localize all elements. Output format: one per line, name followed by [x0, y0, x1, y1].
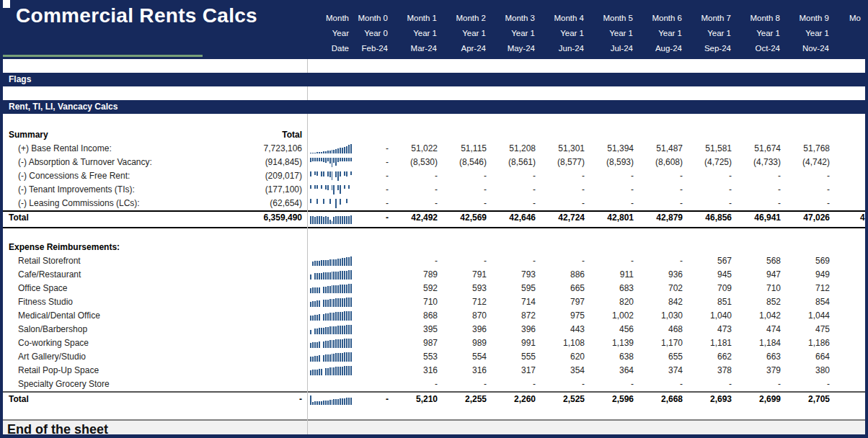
value-cell-month-4[interactable]: 620 — [540, 350, 589, 364]
value-cell-month-1[interactable]: 395 — [393, 323, 442, 336]
value-cell-month-2[interactable]: - — [442, 377, 491, 391]
row-label-cell[interactable]: (-) Absorption & Turnover Vacancy: — [3, 156, 214, 169]
row-label-cell[interactable]: Total — [3, 393, 214, 407]
month-column-header[interactable]: Month 4 Year 1 Jun-24 — [539, 0, 588, 59]
value-cell-month-9[interactable]: 380 — [785, 364, 834, 377]
value-cell-month-3[interactable]: - — [491, 197, 540, 210]
value-cell-month-0[interactable] — [354, 254, 393, 268]
clipped-value-cell[interactable]: 4 — [834, 212, 865, 227]
value-cell-month-2[interactable]: 593 — [442, 282, 491, 295]
value-cell-month-6[interactable]: - — [638, 377, 687, 391]
clipped-value-cell[interactable] — [834, 169, 865, 183]
value-cell-month-7[interactable]: - — [687, 169, 736, 183]
value-cell-month-3[interactable]: 2,260 — [491, 393, 540, 407]
value-cell-month-0[interactable] — [354, 323, 393, 336]
value-cell-month-8[interactable]: 51,674 — [736, 142, 785, 156]
value-cell-month-3[interactable]: 51,208 — [491, 142, 540, 156]
value-cell-month-3[interactable]: (8,561) — [491, 156, 540, 169]
row-label-cell[interactable]: Office Space — [3, 282, 214, 295]
value-cell-month-0[interactable]: - — [354, 169, 393, 183]
value-cell-month-3[interactable]: 317 — [491, 364, 540, 377]
value-cell-month-1[interactable]: - — [393, 169, 442, 183]
value-cell-month-2[interactable]: 791 — [442, 268, 491, 282]
value-cell-month-4[interactable]: 354 — [540, 364, 589, 377]
clipped-month-column-header[interactable]: Mo — [833, 0, 864, 59]
value-cell-month-8[interactable]: 710 — [736, 282, 785, 295]
value-cell-month-8[interactable]: 474 — [736, 323, 785, 336]
value-cell-month-9[interactable]: 664 — [785, 350, 834, 364]
value-cell-month-4[interactable]: 975 — [540, 309, 589, 323]
value-cell-month-5[interactable]: - — [589, 183, 638, 197]
value-cell-month-6[interactable]: 936 — [638, 268, 687, 282]
value-cell-month-6[interactable]: 2,668 — [638, 393, 687, 407]
month-column-header[interactable]: Month 3 Year 1 May-24 — [490, 0, 539, 59]
clipped-value-cell[interactable] — [834, 309, 865, 323]
row-label-cell[interactable]: Total — [3, 212, 214, 227]
value-cell-month-2[interactable]: - — [442, 183, 491, 197]
value-cell-month-0[interactable] — [354, 350, 393, 364]
clipped-value-cell[interactable] — [834, 336, 865, 350]
value-cell-month-7[interactable]: - — [687, 197, 736, 210]
value-cell-month-2[interactable]: - — [442, 197, 491, 210]
value-cell-month-1[interactable]: 51,022 — [393, 142, 442, 156]
value-cell-month-6[interactable]: - — [638, 254, 687, 268]
value-cell-month-4[interactable]: 665 — [540, 282, 589, 295]
value-cell-month-7[interactable]: - — [687, 377, 736, 391]
value-cell-month-7[interactable]: 1,040 — [687, 309, 736, 323]
value-cell-month-0[interactable] — [354, 364, 393, 377]
value-cell-month-0[interactable] — [354, 336, 393, 350]
value-cell-month-3[interactable]: 595 — [491, 282, 540, 295]
value-cell-month-7[interactable]: 46,856 — [687, 212, 736, 227]
value-cell-month-7[interactable]: 1,181 — [687, 336, 736, 350]
value-cell-month-0[interactable]: - — [354, 183, 393, 197]
value-cell-month-8[interactable]: 947 — [736, 268, 785, 282]
value-cell-month-3[interactable]: 793 — [491, 268, 540, 282]
value-cell-month-4[interactable]: 886 — [540, 268, 589, 282]
value-cell-month-5[interactable]: 42,801 — [589, 212, 638, 227]
clipped-value-cell[interactable] — [834, 282, 865, 295]
value-cell-month-1[interactable]: 987 — [393, 336, 442, 350]
row-total-cell[interactable] — [214, 350, 308, 364]
value-cell-month-6[interactable]: 374 — [638, 364, 687, 377]
value-cell-month-9[interactable]: - — [785, 377, 834, 391]
value-cell-month-9[interactable]: 569 — [785, 254, 834, 268]
clipped-value-cell[interactable] — [834, 364, 865, 377]
clipped-value-cell[interactable] — [834, 197, 865, 210]
value-cell-month-0[interactable]: - — [354, 156, 393, 169]
row-label-cell[interactable]: Co-working Space — [3, 336, 214, 350]
value-cell-month-6[interactable]: 1,030 — [638, 309, 687, 323]
value-cell-month-0[interactable]: - — [354, 212, 393, 227]
value-cell-month-8[interactable]: 1,042 — [736, 309, 785, 323]
value-cell-month-1[interactable]: - — [393, 197, 442, 210]
value-cell-month-7[interactable]: - — [687, 183, 736, 197]
row-total-cell[interactable] — [214, 336, 308, 350]
clipped-value-cell[interactable] — [834, 268, 865, 282]
value-cell-month-4[interactable]: - — [540, 197, 589, 210]
value-cell-month-9[interactable]: 51,768 — [785, 142, 834, 156]
row-total-cell[interactable]: - — [214, 393, 308, 407]
value-cell-month-9[interactable]: 712 — [785, 282, 834, 295]
row-total-cell[interactable]: (209,017) — [214, 169, 308, 183]
summary-total-heading[interactable]: Total — [214, 128, 308, 142]
value-cell-month-6[interactable]: 1,170 — [638, 336, 687, 350]
value-cell-month-3[interactable]: - — [491, 183, 540, 197]
value-cell-month-8[interactable]: (4,733) — [736, 156, 785, 169]
row-label-cell[interactable]: (-) Concessions & Free Rent: — [3, 169, 214, 183]
value-cell-month-1[interactable]: 592 — [393, 282, 442, 295]
value-cell-month-4[interactable]: 2,525 — [540, 393, 589, 407]
value-cell-month-4[interactable]: 51,301 — [540, 142, 589, 156]
value-cell-month-2[interactable]: 554 — [442, 350, 491, 364]
expenses-heading[interactable]: Expense Reimbursements: — [3, 241, 214, 254]
row-total-cell[interactable]: 7,723,106 — [214, 142, 308, 156]
value-cell-month-5[interactable]: - — [589, 169, 638, 183]
value-cell-month-9[interactable]: 47,026 — [785, 212, 834, 227]
row-label-cell[interactable]: (-) Tenant Improvements (TIs): — [3, 183, 214, 197]
clipped-value-cell[interactable] — [834, 393, 865, 407]
month-column-header[interactable]: Month 9 Year 1 Nov-24 — [784, 0, 833, 59]
value-cell-month-6[interactable]: - — [638, 197, 687, 210]
value-cell-month-8[interactable]: 663 — [736, 350, 785, 364]
value-cell-month-1[interactable]: 5,210 — [393, 393, 442, 407]
value-cell-month-0[interactable] — [354, 295, 393, 309]
value-cell-month-6[interactable]: - — [638, 183, 687, 197]
row-label-cell[interactable]: Retail Storefront — [3, 254, 214, 268]
